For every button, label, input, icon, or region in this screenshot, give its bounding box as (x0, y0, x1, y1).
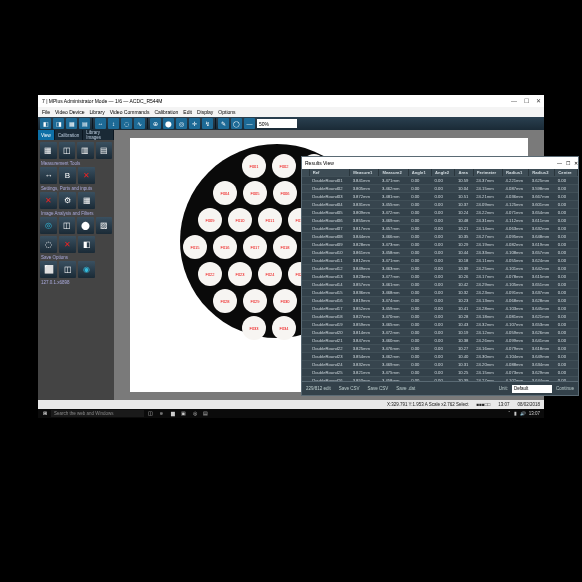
hole-10[interactable]: F010 (228, 208, 252, 232)
minimize-button[interactable]: — (508, 95, 520, 107)
toolbar-icon-11[interactable]: ✛ (189, 118, 200, 129)
toolbar-icon-15[interactable]: — (244, 118, 255, 129)
table-row[interactable]: DoubleRound033.872mm3.481mm0.000.0010.51… (302, 193, 578, 201)
tray-time[interactable]: 13:07 (529, 411, 540, 416)
save-csv2-button[interactable]: Save CSV (368, 386, 389, 391)
col-Measure1[interactable]: Measure1 (350, 169, 379, 177)
toolbar-icon-4[interactable]: ↔ (95, 118, 106, 129)
toolbar-icon-1[interactable]: ◨ (53, 118, 64, 129)
table-row[interactable]: DoubleRound153.836mm3.468mm0.000.0010.32… (302, 289, 578, 297)
menu-file[interactable]: File (42, 109, 50, 115)
hole-34[interactable]: F034 (272, 316, 296, 340)
side-btn-0-0[interactable]: ▦ (40, 142, 57, 159)
col-Measure2[interactable]: Measure2 (379, 169, 408, 177)
taskbar-search[interactable]: Search the web and Windows (51, 410, 144, 417)
side-btn-4-0[interactable]: ◌ (40, 236, 57, 253)
hole-30[interactable]: F030 (273, 289, 297, 313)
side-btn-5-1[interactable]: ◫ (59, 261, 76, 278)
col-Ref[interactable]: Ref (309, 169, 349, 177)
toolbar-icon-5[interactable]: ↕ (108, 118, 119, 129)
table-row[interactable]: DoubleRound103.861mm3.458mm0.000.0010.44… (302, 249, 578, 257)
toolbar-icon-10[interactable]: ◎ (176, 118, 187, 129)
menu-calibration[interactable]: Calibration (154, 109, 178, 115)
hole-5[interactable]: F005 (243, 181, 267, 205)
side-btn-0-3[interactable]: ▤ (96, 142, 113, 159)
app2-icon[interactable]: ▤ (201, 409, 210, 418)
col-Angle2[interactable]: Angle2 (432, 169, 455, 177)
col-Area[interactable]: Area (455, 169, 473, 177)
menu-edit[interactable]: Edit (183, 109, 192, 115)
table-row[interactable]: DoubleRound223.825mm3.476mm0.000.0010.27… (302, 345, 578, 353)
unit-dropdown[interactable]: Default (512, 385, 552, 393)
table-row[interactable]: DoubleRound233.854mm3.462mm0.000.0010.40… (302, 353, 578, 361)
save-csv-button[interactable]: Save CSV (339, 386, 360, 391)
side-btn-2-1[interactable]: ⚙ (59, 192, 76, 209)
toolbar-icon-7[interactable]: ∿ (134, 118, 145, 129)
side-btn-5-2[interactable]: ◉ (78, 261, 95, 278)
tab-calibration[interactable]: Calibration (55, 130, 84, 140)
results-close-icon[interactable]: ✕ (574, 160, 578, 166)
store-icon[interactable]: ▣ (179, 409, 188, 418)
col-Radius2[interactable]: Radius2 (529, 169, 555, 177)
table-row[interactable]: DoubleRound143.857mm3.461mm0.000.0010.42… (302, 281, 578, 289)
toolbar-icon-8[interactable]: ⊕ (150, 118, 161, 129)
table-row[interactable]: DoubleRound203.814mm3.472mm0.000.0010.19… (302, 329, 578, 337)
table-row[interactable]: DoubleRound023.805mm3.462mm0.000.0010.04… (302, 185, 578, 193)
edge-icon[interactable]: e (157, 409, 166, 418)
continue-button[interactable]: Continue (556, 386, 574, 391)
tray-vol-icon[interactable]: 🔊 (520, 411, 526, 416)
explorer-icon[interactable]: ▆ (168, 409, 177, 418)
side-btn-1-0[interactable]: ↔ (40, 167, 57, 184)
col-sel[interactable] (302, 169, 309, 177)
hole-4[interactable]: F004 (213, 181, 237, 205)
start-button[interactable]: ⊞ (40, 409, 49, 418)
table-row[interactable]: DoubleRound263.850mm3.458mm0.000.0010.39… (302, 377, 578, 382)
table-row[interactable]: DoubleRound063.855mm3.469mm0.000.0010.48… (302, 217, 578, 225)
side-btn-2-0[interactable]: ✕ (40, 192, 57, 209)
toolbar-icon-9[interactable]: ⬤ (163, 118, 174, 129)
side-btn-4-1[interactable]: ✕ (59, 236, 76, 253)
side-btn-3-0[interactable]: ◎ (40, 217, 57, 234)
hole-22[interactable]: F022 (198, 262, 222, 286)
side-btn-4-2[interactable]: ◧ (78, 236, 95, 253)
menu-library[interactable]: Library (89, 109, 104, 115)
col-Angle1[interactable]: Angle1 (408, 169, 431, 177)
col-Centre[interactable]: Centre (555, 169, 578, 177)
hole-24[interactable]: F024 (258, 262, 282, 286)
table-row[interactable]: DoubleRound043.831mm3.455mm0.000.0010.37… (302, 201, 578, 209)
toolbar-icon-13[interactable]: ✎ (218, 118, 229, 129)
table-row[interactable]: DoubleRound123.849mm3.463mm0.000.0010.39… (302, 265, 578, 273)
toolbar-icon-0[interactable]: ◧ (40, 118, 51, 129)
table-row[interactable]: DoubleRound163.819mm3.474mm0.000.0010.23… (302, 297, 578, 305)
toolbar-icon-12[interactable]: ↯ (202, 118, 213, 129)
hole-17[interactable]: F017 (243, 235, 267, 259)
zoom-field[interactable]: 50% (257, 119, 297, 128)
hole-18[interactable]: F018 (273, 235, 297, 259)
hole-29[interactable]: F029 (243, 289, 267, 313)
results-body[interactable]: RefMeasure1Measure2Angle1Angle2AreaPerim… (302, 169, 578, 381)
table-row[interactable]: DoubleRound013.841mm3.471mm0.000.0010.59… (302, 177, 578, 185)
side-btn-5-0[interactable]: ⬜ (40, 261, 57, 278)
hole-9[interactable]: F009 (198, 208, 222, 232)
table-row[interactable]: DoubleRound253.821mm3.475mm0.000.0010.25… (302, 369, 578, 377)
hole-6[interactable]: F006 (273, 181, 297, 205)
maximize-button[interactable]: ☐ (520, 95, 532, 107)
toolbar-icon-2[interactable]: ▦ (66, 118, 77, 129)
results-window[interactable]: Results View — ☐ ✕ RefMeasure1Measure2An… (301, 156, 579, 396)
table-row[interactable]: DoubleRound213.847mm3.460mm0.000.0010.38… (302, 337, 578, 345)
side-btn-1-2[interactable]: ✕ (78, 167, 95, 184)
menu-display[interactable]: Display (197, 109, 213, 115)
side-btn-1-1[interactable]: B (59, 167, 76, 184)
system-tray[interactable]: ˄ ▮ 🔊 13:07 (508, 411, 542, 416)
toolbar-icon-3[interactable]: ▤ (79, 118, 90, 129)
hole-15[interactable]: F015 (183, 235, 207, 259)
results-titlebar[interactable]: Results View — ☐ ✕ (302, 157, 578, 169)
toolbar-icon-6[interactable]: ◌ (121, 118, 132, 129)
table-row[interactable]: DoubleRound073.817mm3.457mm0.000.0010.21… (302, 225, 578, 233)
menu-video-commands[interactable]: Video Commands (110, 109, 150, 115)
close-button[interactable]: ✕ (532, 95, 544, 107)
menu-options[interactable]: Options (218, 109, 235, 115)
table-row[interactable]: DoubleRound173.852mm3.459mm0.000.0010.41… (302, 305, 578, 313)
side-btn-3-2[interactable]: ⬤ (77, 217, 94, 234)
col-Perimeter[interactable]: Perimeter (473, 169, 502, 177)
